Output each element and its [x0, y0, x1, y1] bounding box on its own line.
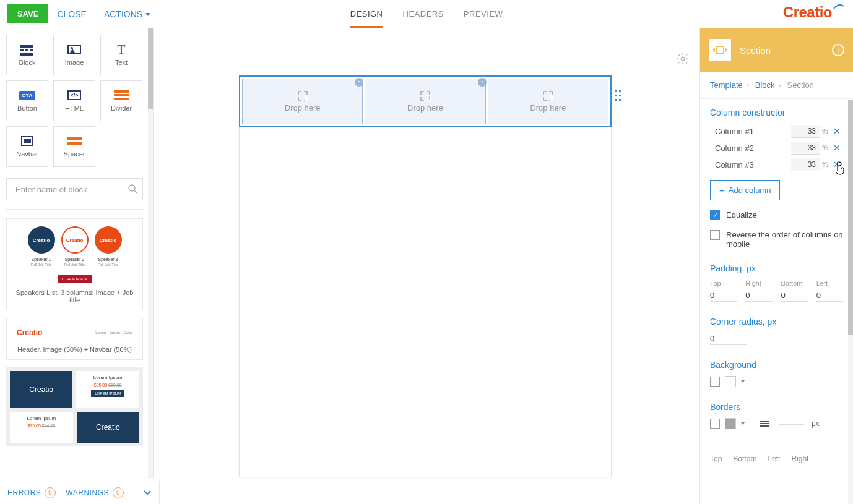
border-style-select[interactable]	[760, 421, 769, 427]
border-unit: px	[812, 419, 820, 428]
reverse-label: Reverse the order of columns on mobile	[726, 230, 843, 249]
tab-preview[interactable]: PREVIEW	[464, 1, 503, 28]
tool-label: HTML	[65, 105, 84, 112]
drop-icon	[543, 91, 553, 101]
border-sides: Top Bottom Left Right	[710, 455, 843, 463]
top-tabs: DESIGN HEADERS PREVIEW	[350, 1, 503, 28]
border-color-swatch[interactable]	[725, 418, 736, 429]
tool-label: Image	[65, 59, 84, 66]
crumb-template[interactable]: Template	[710, 80, 743, 90]
section-drag-handle[interactable]	[615, 90, 621, 101]
brand-swoosh-icon	[833, 4, 844, 10]
border-width-input[interactable]	[779, 423, 804, 425]
tool-spacer[interactable]: Spacer	[53, 126, 95, 167]
tool-divider[interactable]: Divider	[100, 80, 142, 121]
block-preset-products[interactable]: Creatio Lorem Ipsum $95.00 $60.00 LOREM …	[6, 367, 143, 446]
drop-label: Drop here	[407, 103, 443, 113]
reverse-row: Reverse the order of columns on mobile	[710, 230, 843, 249]
properties-panel: Section i Template› Block› Section Colum…	[699, 28, 853, 504]
settings-gear-icon[interactable]	[676, 52, 690, 67]
color-dropdown-icon[interactable]	[741, 422, 745, 425]
scrollbar-thumb[interactable]	[148, 28, 153, 109]
tool-label: Navbar	[16, 150, 38, 158]
navbar-icon	[19, 135, 35, 147]
block-thumbnail: Creatio LoremIpsumDolor	[12, 326, 137, 340]
column-name: Column #3	[710, 160, 791, 169]
tool-text[interactable]: T Text	[100, 35, 142, 75]
errors-toggle[interactable]: ERRORS 0	[7, 487, 56, 498]
padding-left-input[interactable]: 0	[816, 289, 843, 302]
drop-zone-1[interactable]: Drop here	[242, 79, 363, 124]
left-panel-content: Block Image T Text CTA Button </> HTML D…	[0, 28, 148, 479]
right-scrollbar[interactable]	[848, 100, 853, 504]
background-color-swatch[interactable]	[725, 376, 736, 387]
padding-right-label: Right	[745, 280, 772, 287]
border-side-bottom: Bottom	[733, 455, 756, 463]
search-input[interactable]	[14, 184, 128, 195]
tool-label: Text	[115, 59, 128, 66]
info-icon[interactable]: i	[832, 44, 844, 56]
image-icon	[66, 44, 82, 55]
crumb-block[interactable]: Block	[755, 80, 775, 90]
tool-label: Spacer	[64, 150, 85, 158]
plus-icon: +	[719, 186, 725, 195]
padding-right-input[interactable]: 0	[745, 289, 772, 302]
scrollbar-thumb[interactable]	[848, 100, 853, 335]
add-column-button[interactable]: + Add column	[710, 180, 780, 200]
corner-radius-input[interactable]: 0	[710, 333, 747, 345]
block-preset-speakers[interactable]: CreatioSpeaker 1Full Job Title CreatioSp…	[6, 218, 143, 310]
drop-label: Drop here	[530, 103, 566, 113]
drop-icon	[420, 91, 430, 101]
properties-body: Column constructor Column #1 33 % ✕ Colu…	[700, 99, 853, 504]
column-width-input[interactable]: 33	[791, 142, 820, 155]
tool-label: Button	[17, 105, 37, 112]
column-delete-icon[interactable]: ✕	[831, 126, 843, 136]
block-icon	[19, 44, 35, 55]
drop-zone-2[interactable]: Drop here	[365, 79, 485, 124]
expand-status-icon[interactable]	[143, 488, 152, 497]
link-badge-icon[interactable]	[355, 78, 363, 87]
spacer-icon	[66, 135, 82, 147]
page-preview[interactable]: Drop here Drop here Drop here	[239, 75, 612, 477]
tab-headers[interactable]: HEADERS	[403, 1, 444, 28]
block-caption: Speakers List. 3 columns: Image + Job ti…	[12, 289, 137, 304]
close-button[interactable]: CLOSE	[48, 4, 95, 24]
brand-logo: Creatio	[783, 4, 844, 21]
tool-block[interactable]: Block	[6, 35, 48, 75]
padding-inputs: Top0 Right0 Bottom0 Left0	[710, 280, 843, 302]
link-badge-icon[interactable]	[478, 78, 487, 87]
properties-breadcrumb: Template› Block› Section	[700, 72, 853, 99]
tool-button[interactable]: CTA Button	[6, 80, 48, 121]
background-checkbox[interactable]	[710, 377, 720, 387]
add-column-label: Add column	[729, 186, 771, 195]
tool-navbar[interactable]: Navbar	[6, 126, 48, 167]
equalize-checkbox[interactable]	[710, 210, 720, 220]
separator	[6, 209, 143, 210]
borders-checkbox[interactable]	[710, 419, 720, 429]
background-title: Background	[710, 360, 843, 370]
text-icon: T	[113, 44, 129, 55]
tab-design[interactable]: DESIGN	[350, 1, 383, 28]
color-dropdown-icon[interactable]	[741, 380, 745, 383]
equalize-label: Equalize	[726, 210, 757, 220]
left-scrollbar[interactable]	[148, 28, 153, 479]
column-unit: %	[820, 144, 831, 152]
column-name: Column #2	[710, 143, 791, 153]
tool-image[interactable]: Image	[53, 35, 95, 75]
tool-html[interactable]: </> HTML	[53, 80, 95, 121]
column-width-input[interactable]: 33	[791, 125, 820, 138]
drop-zone-3[interactable]: Drop here	[488, 79, 608, 124]
search-icon[interactable]	[128, 184, 137, 195]
padding-bottom-input[interactable]: 0	[781, 289, 808, 302]
selected-section[interactable]: Drop here Drop here Drop here	[239, 75, 612, 127]
reverse-checkbox[interactable]	[710, 230, 720, 240]
column-width-input[interactable]: 33	[791, 158, 820, 171]
column-delete-icon[interactable]: ✕	[831, 160, 843, 169]
borders-title: Borders	[710, 402, 843, 412]
block-preset-header[interactable]: Creatio LoremIpsumDolor Header. Image (5…	[6, 318, 143, 360]
save-button[interactable]: SAVE	[7, 4, 48, 23]
column-delete-icon[interactable]: ✕	[831, 143, 843, 153]
warnings-toggle[interactable]: WARNINGS 0	[66, 487, 124, 498]
padding-top-input[interactable]: 0	[710, 289, 737, 302]
actions-dropdown[interactable]: ACTIONS	[95, 4, 159, 24]
